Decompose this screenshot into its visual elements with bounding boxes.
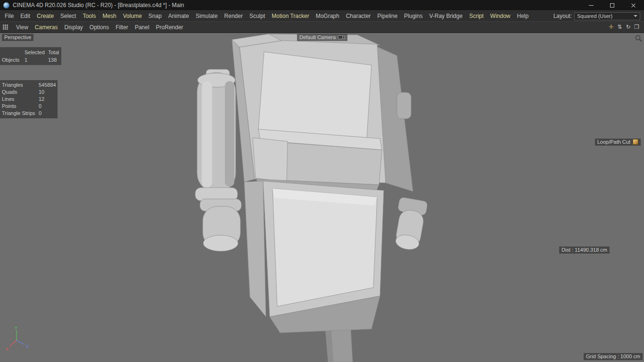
- menu-item-create[interactable]: Create: [33, 13, 57, 19]
- view-mode-label: Perspective: [2, 34, 33, 41]
- stats-row-quads: Quads 10: [2, 89, 55, 96]
- stats-objects-label: Objects: [2, 56, 25, 64]
- viewport-nav-controls: ✛ ⇅ ↻ ❐: [608, 24, 644, 31]
- selection-stats-hud: Selected Total Objects 1 138: [0, 47, 61, 65]
- titlebar: CINEMA 4D R20.026 Studio (RC - R20) - [B…: [0, 0, 644, 10]
- vp-menu-prorender[interactable]: ProRender: [153, 24, 187, 31]
- distance-readout: Dist : 11490.318 cm: [559, 247, 610, 254]
- stats-lines-value: 12: [39, 96, 55, 103]
- main-menubar: File Edit Create Select Tools Mesh Volum…: [0, 10, 644, 21]
- menu-item-select[interactable]: Select: [57, 13, 79, 19]
- camera-label-text: Default Camera: [299, 34, 336, 40]
- minimize-button[interactable]: [580, 0, 602, 10]
- menu-item-character[interactable]: Character: [343, 13, 374, 19]
- active-tool-hint: Loop/Path Cut: [595, 139, 641, 146]
- menu-item-mesh[interactable]: Mesh: [99, 13, 119, 19]
- stats-objects-row: Objects 1 138: [2, 56, 58, 64]
- model-3d-render: [0, 33, 644, 362]
- stats-objects-selected: 1: [25, 56, 48, 64]
- vp-menu-panel[interactable]: Panel: [132, 24, 153, 31]
- window-title: CINEMA 4D R20.026 Studio (RC - R20) - [B…: [13, 2, 580, 8]
- stats-row-points: Points 0: [2, 103, 55, 110]
- rotate-view-icon[interactable]: ↻: [625, 24, 632, 31]
- stats-triangle-strips-label: Triangle Strips: [2, 110, 39, 117]
- menu-item-mograph[interactable]: MoGraph: [313, 13, 343, 19]
- pan-view-icon[interactable]: ✛: [608, 24, 615, 31]
- close-button[interactable]: [623, 0, 644, 10]
- app-logo-icon: [3, 2, 9, 8]
- menu-item-pipeline[interactable]: Pipeline: [374, 13, 401, 19]
- menu-item-render[interactable]: Render: [221, 13, 246, 19]
- vp-menu-options[interactable]: Options: [86, 24, 112, 31]
- vp-menu-filter[interactable]: Filter: [112, 24, 132, 31]
- loop-path-cut-icon: [633, 139, 638, 145]
- vp-menu-cameras[interactable]: Cameras: [32, 24, 61, 31]
- menu-item-v-ray-bridge[interactable]: V-Ray Bridge: [426, 13, 466, 19]
- maximize-button[interactable]: [602, 0, 623, 10]
- geometry-stats-hud: Triangles 545884 Quads 10 Lines 12 Point…: [0, 80, 58, 118]
- close-icon: [631, 3, 636, 8]
- vp-menu-display[interactable]: Display: [61, 24, 86, 31]
- axis-gizmo: Y X Z: [4, 325, 30, 353]
- menu-item-sculpt[interactable]: Sculpt: [246, 13, 268, 19]
- camera-label[interactable]: Default Camera: [297, 34, 347, 41]
- viewport-3d[interactable]: Perspective Default Camera Selected Tota…: [0, 33, 644, 362]
- active-tool-label: Loop/Path Cut: [597, 139, 630, 145]
- viewport-menubar: View Cameras Display Options Filter Pane…: [0, 21, 644, 33]
- menu-item-plugins[interactable]: Plugins: [401, 13, 426, 19]
- stats-row-triangle-strips: Triangle Strips 0: [2, 110, 55, 117]
- menu-item-script[interactable]: Script: [466, 13, 487, 19]
- stats-points-value: 0: [39, 103, 55, 110]
- stats-total-header: Total: [48, 49, 59, 56]
- menu-item-file[interactable]: File: [1, 13, 17, 19]
- camera-icon: [338, 35, 345, 40]
- stats-row-lines: Lines 12: [2, 96, 55, 103]
- vp-menu-view[interactable]: View: [13, 24, 32, 31]
- axis-y-label: Y: [15, 326, 17, 330]
- layout-dropdown-value: Squared (User): [577, 13, 634, 19]
- grid-spacing-readout: Grid Spacing : 1000 cm: [584, 353, 643, 360]
- layout-dropdown[interactable]: Squared (User): [574, 12, 640, 20]
- stats-triangles-label: Triangles: [2, 82, 39, 89]
- menu-item-snap[interactable]: Snap: [145, 13, 165, 19]
- window-controls: [580, 0, 644, 10]
- chevron-down-icon: [634, 15, 637, 17]
- axis-x-label: X: [6, 347, 8, 352]
- layout-label: Layout:: [553, 13, 572, 19]
- menu-item-tools[interactable]: Tools: [79, 13, 99, 19]
- stats-selected-header: Selected: [25, 49, 48, 56]
- axis-z-label: Z: [26, 344, 29, 349]
- toggle-view-icon[interactable]: ❐: [633, 24, 640, 31]
- stats-quads-value: 10: [39, 89, 55, 96]
- stats-header-row: Selected Total: [2, 49, 58, 56]
- stats-triangle-strips-value: 0: [39, 110, 55, 117]
- stats-row-triangles: Triangles 545884: [2, 82, 55, 89]
- menu-item-help[interactable]: Help: [514, 13, 532, 19]
- menu-item-volume[interactable]: Volume: [120, 13, 145, 19]
- zoom-view-icon[interactable]: ⇅: [616, 24, 623, 31]
- minimize-icon: [589, 5, 594, 6]
- stats-lines-label: Lines: [2, 96, 39, 103]
- menu-item-animate[interactable]: Animate: [165, 13, 192, 19]
- menu-item-edit[interactable]: Edit: [17, 13, 33, 19]
- menu-item-window[interactable]: Window: [487, 13, 514, 19]
- magnify-icon[interactable]: [635, 34, 643, 42]
- stats-objects-total: 138: [48, 56, 58, 64]
- menu-item-motion-tracker[interactable]: Motion Tracker: [268, 13, 312, 19]
- maximize-icon: [610, 3, 614, 8]
- menu-item-simulate[interactable]: Simulate: [192, 13, 221, 19]
- stats-triangles-value: 545884: [39, 82, 56, 89]
- stats-points-label: Points: [2, 103, 39, 110]
- stats-quads-label: Quads: [2, 89, 39, 96]
- viewport-grip-icon[interactable]: [3, 25, 8, 30]
